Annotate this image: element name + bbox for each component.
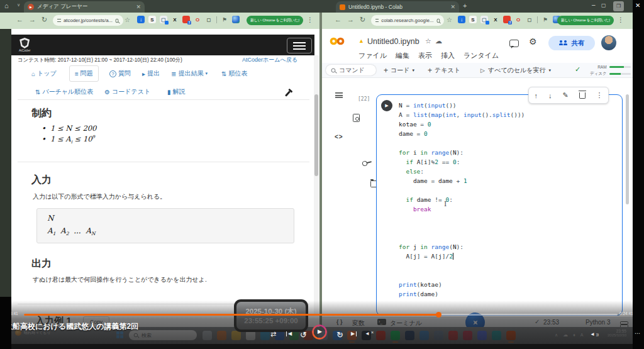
play-icon[interactable]: ▶ <box>318 328 322 335</box>
new-tab-button[interactable]: + <box>463 2 467 9</box>
menu-view[interactable]: 表示 <box>418 51 432 60</box>
notebook-filename[interactable]: Untitled0.ipynb <box>367 37 419 46</box>
comment-icon[interactable] <box>509 40 519 47</box>
back-icon[interactable]: ← <box>335 16 341 23</box>
extension-icon[interactable]: ◻ <box>205 16 213 23</box>
bookmark-star-icon[interactable]: ☆ <box>447 16 452 23</box>
nav-questions[interactable]: ?質問 <box>109 69 131 78</box>
address-bar[interactable]: colab.research.google... <box>371 15 444 26</box>
resource-monitor[interactable]: RAM ディスク <box>590 65 631 77</box>
extension-icon[interactable]: O <box>194 16 201 23</box>
gear-icon[interactable]: ⚙ <box>529 36 537 47</box>
forward-icon[interactable]: → <box>29 16 36 23</box>
back-icon[interactable]: ← <box>16 16 23 23</box>
back-home-link[interactable]: AtCoderホームへ戻る <box>242 56 297 64</box>
menu-file[interactable]: ファイル <box>358 51 387 60</box>
extension-icon[interactable]: 7 <box>503 16 511 23</box>
tab-colab[interactable]: Untitled0.ipynb - Colab ✕ <box>336 1 459 13</box>
previous-track-icon[interactable]: ◀ <box>286 331 292 336</box>
seek-thumb[interactable] <box>436 312 441 318</box>
atcoder-logo[interactable]: AtCoder <box>19 38 30 52</box>
forward-30-icon[interactable]: ↻30 <box>336 329 343 340</box>
avatar[interactable] <box>601 35 616 50</box>
search-icon[interactable] <box>116 18 119 22</box>
rewind-10-icon[interactable]: ↺10 <box>300 329 307 340</box>
move-up-icon[interactable]: ↑ <box>534 92 538 99</box>
extension-icon[interactable]: ↓ <box>137 16 145 23</box>
shuffle-icon[interactable]: ⇄ <box>270 330 276 338</box>
nav-virtual-standings[interactable]: ⇅バーチャル順位表 <box>35 87 93 96</box>
tab-media-player[interactable]: ▶ メディア プレーヤー ✕ <box>24 1 145 13</box>
add-text-button[interactable]: +テキスト <box>428 66 460 75</box>
code-editor[interactable]: N = int(input())A = list(map(int, input(… <box>399 101 525 299</box>
nav-top[interactable]: ⌂トップ <box>31 69 57 78</box>
more-options-icon[interactable]: ⋮ <box>596 91 603 99</box>
nav-standings[interactable]: ⇅順位表 <box>221 69 247 78</box>
kebab-menu-icon[interactable]: ⋮ <box>307 16 313 23</box>
table-of-contents-icon[interactable] <box>335 92 343 98</box>
extension-icon[interactable]: X <box>492 16 499 23</box>
volume-icon[interactable]: ◄)) <box>590 331 599 337</box>
close-icon[interactable]: ✕ <box>450 4 455 10</box>
reload-icon[interactable]: ↻ <box>42 16 47 24</box>
site-settings-icon[interactable] <box>375 18 379 23</box>
hamburger-menu-button[interactable] <box>287 38 312 53</box>
chrome-update-pill[interactable]: 新しい Chrome をご利用いただけます <box>247 16 303 25</box>
run-cell-button[interactable]: ▶ <box>381 100 392 111</box>
scrollbar-thumb[interactable] <box>626 94 629 204</box>
edit-pencil-icon[interactable]: ✎ <box>562 91 568 99</box>
forward-icon[interactable]: → <box>347 16 354 23</box>
address-bar[interactable]: atcoder.jp/contests/a... <box>53 15 123 26</box>
more-controls-icon[interactable]: ⋯ <box>635 330 640 336</box>
extension-icon[interactable]: ▢ <box>480 16 488 23</box>
extension-icon[interactable]: ⚑ <box>221 16 228 23</box>
extension-icon[interactable]: S <box>469 16 477 23</box>
delete-cell-icon[interactable] <box>579 92 586 99</box>
extension-icons[interactable]: ↓S▢X7O◻⚑ <box>458 16 560 23</box>
extension-icon[interactable]: ⚑ <box>541 16 549 23</box>
extension-icon[interactable]: X <box>171 16 179 23</box>
nav-code-test[interactable]: ⚙コードテスト <box>104 87 150 96</box>
site-settings-icon[interactable] <box>57 18 61 23</box>
reload-icon[interactable]: ↻ <box>360 16 365 24</box>
close-window-icon[interactable]: ✕ <box>635 2 640 9</box>
close-icon[interactable]: ✕ <box>136 4 141 10</box>
kebab-menu-icon[interactable]: ⋮ <box>618 16 624 23</box>
volume-muted-icon[interactable]: ◄× <box>365 331 374 336</box>
chevron-down-icon[interactable]: ∨ <box>17 3 20 8</box>
extension-icon[interactable]: ↓ <box>458 16 465 23</box>
next-track-icon[interactable]: ▶ <box>351 331 357 336</box>
minimize-icon[interactable]: – <box>592 1 596 8</box>
extension-icon[interactable]: 7 <box>182 16 190 23</box>
extension-icon[interactable]: S <box>148 16 156 23</box>
menu-insert[interactable]: 挿入 <box>441 51 455 60</box>
code-snippets-icon[interactable]: <> <box>335 133 343 140</box>
find-replace-icon[interactable] <box>353 114 360 122</box>
extension-icon[interactable]: ◻ <box>526 16 533 23</box>
scrollbar-thumb[interactable] <box>314 94 318 176</box>
extension-icon[interactable] <box>232 16 240 23</box>
cloud-save-icon[interactable]: ☁ <box>435 37 442 45</box>
run-all-button[interactable]: ▷すべてのセルを実行▾ <box>480 66 551 75</box>
nav-editorial[interactable]: ▮解説 <box>167 87 186 96</box>
chrome-update-pill[interactable]: 新しい Chrome をご利用いただけます <box>557 16 614 25</box>
command-palette-button[interactable]: コマンド <box>326 65 376 75</box>
maximize-icon[interactable]: ▢ <box>601 3 606 8</box>
nav-problems[interactable]: ≡問題 <box>69 65 99 82</box>
star-icon[interactable]: ☆ <box>425 37 431 45</box>
menu-runtime[interactable]: ランタイム <box>464 51 499 60</box>
share-button[interactable]: 共有 <box>548 36 595 50</box>
nav-submit[interactable]: ▸提出 <box>142 69 160 78</box>
bookmark-star-icon[interactable]: ☆ <box>125 16 130 23</box>
add-code-button[interactable]: +コード▾ <box>384 66 414 75</box>
extension-icon[interactable]: O <box>514 16 522 23</box>
extension-icon[interactable]: ▢ <box>160 16 167 23</box>
nav-results[interactable]: ≣提出結果▾ <box>171 69 208 78</box>
menu-edit[interactable]: 編集 <box>396 51 409 60</box>
extension-icons[interactable]: ↓S▢X7O◻⚑ <box>137 16 240 23</box>
move-down-icon[interactable]: ↓ <box>548 92 552 99</box>
home-icon[interactable]: ⌂ <box>4 2 9 9</box>
seek-bar[interactable] <box>24 314 618 316</box>
search-icon[interactable] <box>436 18 439 22</box>
restore-icon[interactable]: ❒ <box>613 1 624 11</box>
